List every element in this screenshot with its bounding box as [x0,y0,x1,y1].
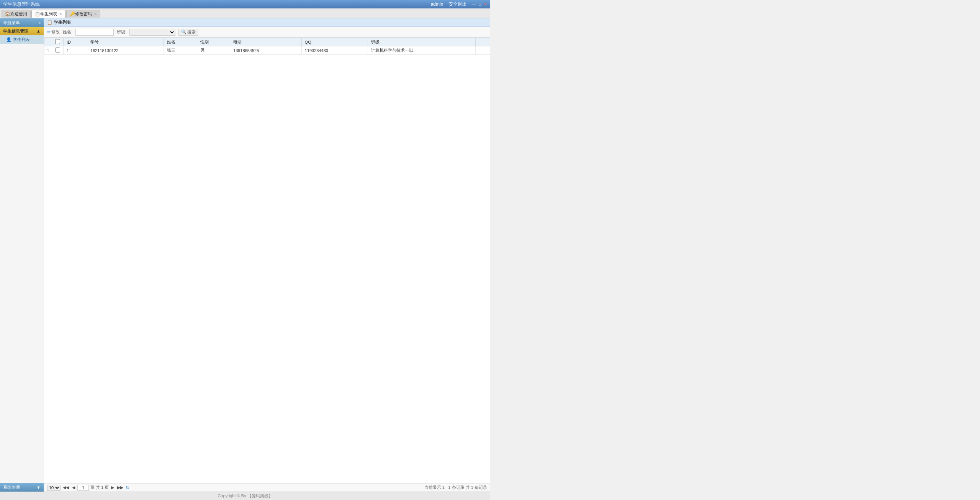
sidebar-group-arrow-icon: ▲ [36,29,41,33]
page-size-select[interactable]: 10 20 50 [47,485,61,491]
sidebar-bottom-group-label: 系统管理 [3,485,20,490]
title-bar: 学生信息管理系统 admin 安全退出 — □ ✕ [0,0,490,8]
tab-change-password-label: 修改密码 [75,11,92,17]
toolbar: ✏ 修改 姓名: 班级: 计算机科学与技术一班 🔍 搜索 [44,27,490,38]
cell-student-no: 162118130122 [87,46,164,55]
cell-id: 1 [64,46,87,55]
col-actions [476,38,490,46]
cell-qq: 1193284480 [301,46,368,55]
tab-change-password-close[interactable]: ✕ [94,12,97,16]
content-header-title: 学生列表 [54,20,71,25]
select-all-checkbox[interactable] [55,39,60,44]
first-page-btn[interactable]: ◀◀ [62,485,70,490]
edit-label: 修改 [51,29,60,35]
edit-icon: ✏ [47,30,51,34]
app-title: 学生信息管理系统 [3,1,40,8]
current-page-input[interactable] [77,485,89,491]
class-select[interactable]: 计算机科学与技术一班 [129,29,175,36]
search-icon: 🔍 [181,30,187,34]
tab-student-list-label: 学生列表 [40,11,57,17]
user-info: admin [431,2,443,7]
col-phone: 电话 [230,38,302,46]
cell-class: 计算机科学与技术一班 [368,46,475,55]
row-checkbox[interactable] [55,48,60,52]
footer-text: Copyright © By 【源码病线】 [218,493,272,499]
page-stat: 当前显示 1 - 1 条记录 共 1 条记录 [424,485,487,490]
content-header-icon: 📋 [47,20,52,25]
content-header: 📋 学生列表 [44,18,490,27]
table-row: 1 1 162118130122 张三 男 13918654525 119328… [44,46,490,55]
sidebar-bottom-group[interactable]: 系统管理 ▼ [0,483,44,492]
sidebar-bottom-group-arrow-icon: ▼ [36,485,41,490]
search-button[interactable]: 🔍 搜索 [178,29,198,36]
select-all-header[interactable] [52,38,64,46]
sidebar-header: 导航菜单 « [0,18,44,27]
cell-actions [476,46,490,55]
sidebar-group-student-info[interactable]: 学生信息管理 ▲ [0,27,44,35]
content-area: 📋 学生列表 ✏ 修改 姓名: 班级: 计算机科学与技术一班 🔍 搜索 [44,18,490,492]
col-gender: 性别 [197,38,230,46]
tab-welcome-label: 欢迎使用 [10,11,27,17]
sidebar-item-student-list-label: 学生列表 [13,37,30,43]
tab-student-list[interactable]: 📋 学生列表 ✕ [31,10,65,18]
sidebar-collapse-btn[interactable]: « [38,20,41,25]
safe-exit-button[interactable]: 安全退出 [448,1,467,8]
table-body: 1 1 162118130122 张三 男 13918654525 119328… [44,46,490,55]
sidebar-group-student-info-label: 学生信息管理 [3,28,28,34]
table-header-row: ID 学号 姓名 性别 电话 QQ 班级 [44,38,490,46]
sidebar: 导航菜单 « 学生信息管理 ▲ 👤 学生列表 系统管理 ▼ [0,18,44,492]
footer: Copyright © By 【源码病线】 [0,492,490,500]
class-label: 班级: [117,29,126,35]
tab-change-password[interactable]: 🔑 修改密码 ✕ [66,10,100,18]
last-page-btn[interactable]: ▶▶ [116,485,124,490]
col-qq: QQ [301,38,368,46]
close-button[interactable]: ✕ [484,2,487,7]
row-checkbox-cell[interactable] [52,46,64,55]
tab-change-password-icon: 🔑 [70,11,75,16]
tab-bar: 🏠 欢迎使用 📋 学生列表 ✕ 🔑 修改密码 ✕ [0,8,490,18]
data-table: ID 学号 姓名 性别 电话 QQ 班级 1 1 162118130122 张三 [44,38,490,483]
name-label: 姓名: [63,29,72,35]
pagination: 10 20 50 ◀◀ ◀ 页 共 1 页 ▶ ▶▶ ↻ 当前显示 1 - 1 … [44,483,490,492]
student-table: ID 学号 姓名 性别 电话 QQ 班级 1 1 162118130122 张三 [44,38,490,55]
row-num-cell: 1 [44,46,52,55]
name-input[interactable] [75,29,114,36]
col-id: ID [64,38,87,46]
row-num-header [44,38,52,46]
refresh-btn[interactable]: ↻ [126,485,129,490]
tab-welcome-icon: 🏠 [5,11,10,16]
sidebar-item-student-list[interactable]: 👤 学生列表 [0,35,44,44]
tab-student-list-icon: 📋 [35,11,40,16]
search-label: 搜索 [187,29,196,35]
col-class: 班级 [368,38,475,46]
title-bar-controls: admin 安全退出 — □ ✕ [431,1,487,8]
cell-name: 张三 [164,46,197,55]
cell-gender: 男 [197,46,230,55]
col-name: 姓名 [164,38,197,46]
main-layout: 导航菜单 « 学生信息管理 ▲ 👤 学生列表 系统管理 ▼ 📋 学生列表 [0,18,490,492]
maximize-button[interactable]: □ [479,2,481,7]
col-student-no: 学号 [87,38,164,46]
sidebar-item-student-list-icon: 👤 [6,37,11,42]
tab-welcome[interactable]: 🏠 欢迎使用 [2,10,31,18]
tab-student-list-close[interactable]: ✕ [59,12,62,16]
page-info: 页 共 1 页 [90,485,109,490]
edit-button[interactable]: ✏ 修改 [47,29,60,35]
minimize-button[interactable]: — [472,2,476,7]
prev-page-btn[interactable]: ◀ [71,485,76,490]
cell-phone: 13918654525 [230,46,302,55]
sidebar-nav-label: 导航菜单 [3,20,20,26]
next-page-btn[interactable]: ▶ [110,485,115,490]
